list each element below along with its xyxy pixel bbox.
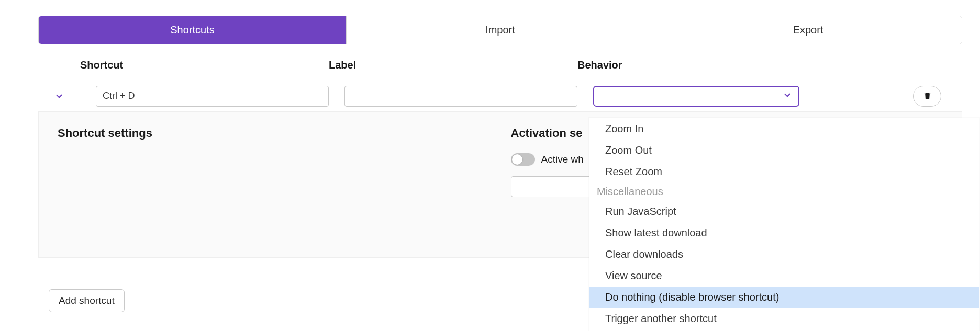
tab-shortcuts[interactable]: Shortcuts (39, 16, 347, 44)
header-label: Label (329, 59, 562, 71)
trash-icon (923, 92, 932, 100)
dropdown-item[interactable]: View source (589, 265, 979, 287)
dropdown-item[interactable]: Show latest download (589, 222, 979, 244)
dropdown-item[interactable]: Trigger another shortcut (589, 308, 979, 312)
dropdown-item[interactable]: Zoom Out (589, 140, 979, 161)
tab-import[interactable]: Import (347, 16, 654, 44)
dropdown-item[interactable]: Do nothing (disable browser shortcut) (589, 287, 979, 308)
active-toggle[interactable] (511, 153, 535, 166)
toggle-knob (512, 154, 522, 165)
dropdown-item[interactable]: Clear downloads (589, 244, 979, 265)
active-toggle-label: Active wh (541, 154, 584, 165)
dropdown-item[interactable]: Reset Zoom (589, 161, 979, 182)
dropdown-item[interactable]: Zoom In (589, 118, 979, 140)
shortcut-row (38, 81, 962, 111)
tab-bar: Shortcuts Import Export (38, 16, 962, 44)
header-shortcut: Shortcut (80, 59, 313, 71)
shortcut-input[interactable] (96, 86, 329, 107)
chevron-down-icon (783, 90, 792, 102)
dropdown-item[interactable]: Run JavaScript (589, 201, 979, 222)
label-input[interactable] (344, 86, 577, 107)
chevron-down-icon (54, 92, 64, 101)
shortcut-settings-title: Shortcut settings (58, 127, 490, 140)
column-headers: Shortcut Label Behavior (38, 50, 962, 81)
behavior-select[interactable] (593, 86, 799, 107)
add-shortcut-button[interactable]: Add shortcut (49, 289, 125, 312)
expand-toggle[interactable] (38, 92, 80, 101)
header-behavior: Behavior (577, 59, 962, 71)
tab-export[interactable]: Export (654, 16, 962, 44)
behavior-dropdown: Zoom InZoom OutReset ZoomMiscellaneousRu… (589, 118, 979, 312)
delete-button[interactable] (913, 86, 941, 107)
shortcut-settings-col: Shortcut settings (58, 127, 490, 197)
dropdown-group-label: Miscellaneous (589, 182, 979, 201)
